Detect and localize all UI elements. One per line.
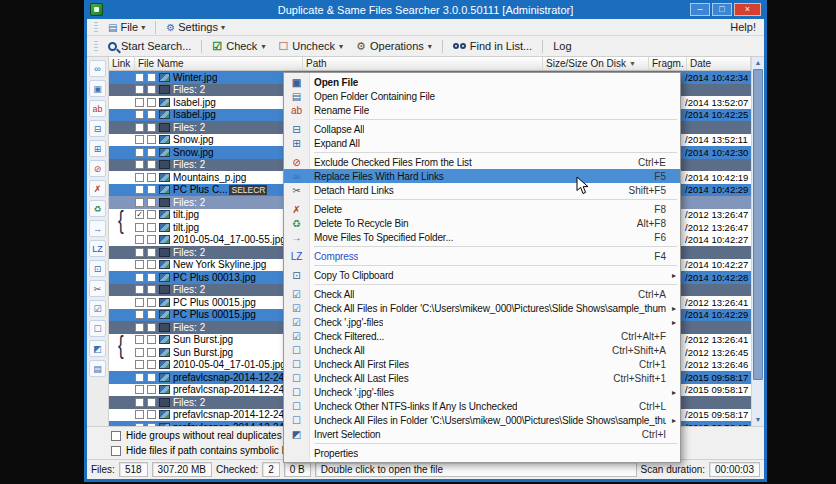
row-checkbox[interactable] <box>147 223 156 232</box>
context-menu-item[interactable]: ⊘Exclude Checked Files From the ListCtrl… <box>284 155 680 169</box>
context-menu-item[interactable]: ☐Uncheck All Last FilesCtrl+Shift+1 <box>284 371 680 385</box>
operations-button[interactable]: ⚙ Operations ▾ <box>350 38 438 55</box>
scroll-up-icon[interactable]: ▲ <box>752 57 764 69</box>
replace-icon[interactable]: ∞ <box>89 60 106 77</box>
start-search-button[interactable]: Start Search... <box>102 38 197 54</box>
column-header-path[interactable]: Path <box>303 57 543 70</box>
context-menu-item[interactable]: LZCompressF4 <box>284 249 680 263</box>
row-checkbox[interactable] <box>135 98 144 107</box>
row-checkbox[interactable] <box>135 248 144 257</box>
row-checkbox[interactable] <box>135 173 144 182</box>
column-header-size[interactable]: Size/Size On Disk▼ <box>543 57 649 70</box>
row-checkbox[interactable] <box>135 335 144 344</box>
row-checkbox[interactable] <box>147 98 156 107</box>
maximize-button[interactable]: □ <box>712 3 732 16</box>
move-icon[interactable]: → <box>89 220 106 237</box>
row-checkbox[interactable] <box>135 348 144 357</box>
row-checkbox[interactable] <box>147 110 156 119</box>
check-button[interactable]: ☑ Check ▾ <box>206 38 271 55</box>
hide-groups-checkbox[interactable] <box>111 431 121 441</box>
menu-help[interactable]: Help! <box>730 21 760 33</box>
context-menu-item[interactable]: ☑Check Filtered...Ctrl+Alt+F <box>284 329 680 343</box>
row-checkbox[interactable] <box>135 360 144 369</box>
exclude-icon[interactable]: ⊘ <box>89 160 106 177</box>
row-checkbox[interactable] <box>135 223 144 232</box>
scroll-down-icon[interactable]: ▼ <box>752 414 764 426</box>
row-checkbox[interactable] <box>147 373 156 382</box>
rename-icon[interactable]: ab <box>89 100 106 117</box>
scrollbar-track[interactable] <box>752 69 764 414</box>
row-checkbox[interactable] <box>135 73 144 82</box>
invert-icon[interactable]: ◩ <box>89 340 106 357</box>
row-checkbox[interactable] <box>147 410 156 419</box>
row-checkbox[interactable] <box>135 85 144 94</box>
expand-icon[interactable]: ⊞ <box>89 140 106 157</box>
check-all-icon[interactable]: ☑ <box>89 300 106 317</box>
row-checkbox[interactable] <box>147 73 156 82</box>
row-checkbox[interactable] <box>147 273 156 282</box>
row-checkbox[interactable] <box>147 298 156 307</box>
row-checkbox[interactable] <box>147 198 156 207</box>
context-menu-item[interactable]: ☑Check All Files in Folder 'C:\Users\mik… <box>284 301 680 315</box>
close-button[interactable]: × <box>734 3 761 16</box>
title-bar[interactable]: Duplicate & Same Files Searcher 3.0.0.50… <box>87 0 764 19</box>
open-folder-icon[interactable]: ▤ <box>89 360 106 377</box>
collapse-icon[interactable]: ⊟ <box>89 120 106 137</box>
context-menu-item[interactable]: ☐Uncheck All First FilesCtrl+1 <box>284 357 680 371</box>
row-checkbox[interactable] <box>147 348 156 357</box>
row-checkbox[interactable] <box>135 110 144 119</box>
context-menu-item[interactable]: ∞Replace Files With Hard LinksF5 <box>284 169 680 183</box>
context-menu-item[interactable]: ✗DeleteF8 <box>284 202 680 216</box>
row-checkbox[interactable] <box>135 410 144 419</box>
row-checkbox[interactable] <box>135 123 144 132</box>
column-header-fragm[interactable]: Fragm. <box>649 57 687 70</box>
row-checkbox[interactable] <box>147 248 156 257</box>
row-checkbox[interactable] <box>147 323 156 332</box>
row-checkbox[interactable] <box>135 273 144 282</box>
delete-icon[interactable]: ✗ <box>89 180 106 197</box>
row-checkbox[interactable] <box>135 285 144 294</box>
find-in-list-button[interactable]: Find in List... <box>447 38 538 54</box>
row-checkbox[interactable] <box>135 260 144 269</box>
row-checkbox[interactable] <box>135 148 144 157</box>
row-checkbox[interactable] <box>147 310 156 319</box>
row-checkbox[interactable] <box>147 123 156 132</box>
row-checkbox[interactable] <box>147 210 156 219</box>
row-checkbox[interactable] <box>135 373 144 382</box>
row-checkbox[interactable]: ✓ <box>135 210 144 219</box>
row-checkbox[interactable] <box>135 135 144 144</box>
menu-file[interactable]: ▤ File ▾ <box>103 20 150 34</box>
row-checkbox[interactable] <box>135 310 144 319</box>
uncheck-all-icon[interactable]: ☐ <box>89 320 106 337</box>
context-menu-item[interactable]: ☐Uncheck All Files in Folder 'C:\Users\m… <box>284 413 680 427</box>
row-checkbox[interactable] <box>147 360 156 369</box>
row-checkbox[interactable] <box>135 398 144 407</box>
context-menu-item[interactable]: ◩Invert SelectionCtrl+I <box>284 427 680 441</box>
context-menu-item[interactable]: →Move Files To Specified Folder...F6 <box>284 230 680 244</box>
uncheck-button[interactable]: ☐ Uncheck ▾ <box>272 38 349 55</box>
log-button[interactable]: Log <box>547 38 577 54</box>
compress-icon[interactable]: LZ <box>89 240 106 257</box>
hide-symlink-checkbox[interactable] <box>111 446 121 456</box>
vertical-scrollbar[interactable]: ▲ ▼ <box>751 57 764 426</box>
context-menu-item[interactable]: ✂Detach Hard LinksShift+F5 <box>284 183 680 197</box>
row-checkbox[interactable] <box>135 323 144 332</box>
row-checkbox[interactable] <box>147 260 156 269</box>
column-header-file-name[interactable]: File Name <box>135 57 303 70</box>
context-menu-item[interactable]: ☑Check '.jpg'-files▸ <box>284 315 680 329</box>
row-checkbox[interactable] <box>147 85 156 94</box>
scrollbar-thumb[interactable] <box>753 69 763 380</box>
row-checkbox[interactable] <box>147 185 156 194</box>
context-menu-item[interactable]: ▣Open File <box>284 75 680 89</box>
copy-icon[interactable]: ⊡ <box>89 260 106 277</box>
row-checkbox[interactable] <box>147 385 156 394</box>
row-checkbox[interactable] <box>147 398 156 407</box>
context-menu-item[interactable]: ☑Check AllCtrl+A <box>284 287 680 301</box>
row-checkbox[interactable] <box>135 198 144 207</box>
row-checkbox[interactable] <box>135 160 144 169</box>
row-checkbox[interactable] <box>135 298 144 307</box>
row-checkbox[interactable] <box>147 235 156 244</box>
context-menu-item[interactable]: abRename File <box>284 103 680 117</box>
context-menu-item[interactable]: ☐Uncheck AllCtrl+Shift+A <box>284 343 680 357</box>
row-checkbox[interactable] <box>135 385 144 394</box>
